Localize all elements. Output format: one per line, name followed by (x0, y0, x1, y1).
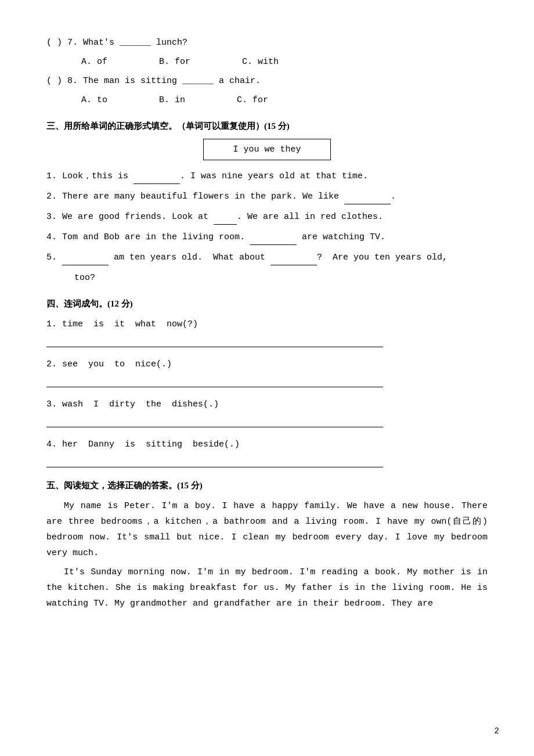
section3-item-3: 3. We are good friends. Look at . We are… (46, 209, 488, 225)
section4-item-4: 4. her Danny is sitting beside(.) (46, 437, 488, 452)
blank-2-1[interactable] (344, 204, 391, 204)
q8-bracket: ( ) (46, 76, 62, 86)
section3-item-5b: too? (64, 270, 488, 286)
q7-text: 7. What's ______ lunch? (67, 38, 187, 48)
section3-item-5: 5. am ten years old. What about ? Are yo… (46, 250, 488, 265)
section5-para2: It's Sunday morning now. I'm in my bedro… (46, 564, 488, 611)
section3-item-2: 2. There are many beautiful flowers in t… (46, 189, 488, 204)
blank-5-1[interactable] (62, 265, 109, 265)
section4-title: 四、连词成句。(12 分) (46, 296, 488, 312)
answer-line-1 (46, 337, 383, 347)
question-8: ( ) 8. The man is sitting ______ a chair… (46, 73, 488, 89)
blank-5-2[interactable] (270, 265, 317, 265)
section5-para1: My name is Peter. I'm a boy. I have a ha… (46, 498, 488, 561)
section5-title: 五、阅读短文，选择正确的答案。(15 分) (46, 478, 488, 494)
q7-options: A. of B. for C. with (81, 54, 488, 70)
section4-item-1: 1. time is it what now(?) (46, 316, 488, 332)
answer-line-4 (46, 457, 383, 467)
q7-bracket: ( ) (46, 38, 62, 48)
word-box: I you we they (203, 139, 331, 160)
answer-line-2 (46, 377, 383, 387)
q8-option-a: A. to (81, 92, 107, 108)
q8-option-c: C. for (237, 92, 268, 108)
blank-3-1[interactable] (214, 224, 237, 225)
question-7: ( ) 7. What's ______ lunch? (46, 35, 488, 51)
section4-item-3: 3. wash I dirty the dishes(.) (46, 397, 488, 412)
q7-option-a: A. of (81, 54, 107, 70)
page-number: 2 (495, 724, 499, 739)
q7-option-b: B. for (159, 54, 190, 70)
section3-item-1: 1. Look，this is . I was nine years old a… (46, 168, 488, 184)
q8-text: 8. The man is sitting ______ a chair. (67, 76, 261, 86)
section4-item-2: 2. see you to nice(.) (46, 357, 488, 372)
answer-line-3 (46, 417, 383, 427)
section3-item-4: 4. Tom and Bob are in the living room. a… (46, 229, 488, 245)
q8-option-b: B. in (159, 92, 185, 108)
q8-options: A. to B. in C. for (81, 92, 488, 108)
section3-title: 三、用所给单词的正确形式填空。（单词可以重复使用）(15 分) (46, 118, 488, 134)
q7-option-c: C. with (242, 54, 279, 70)
blank-4-1[interactable] (250, 244, 297, 245)
blank-1-1[interactable] (134, 183, 180, 184)
